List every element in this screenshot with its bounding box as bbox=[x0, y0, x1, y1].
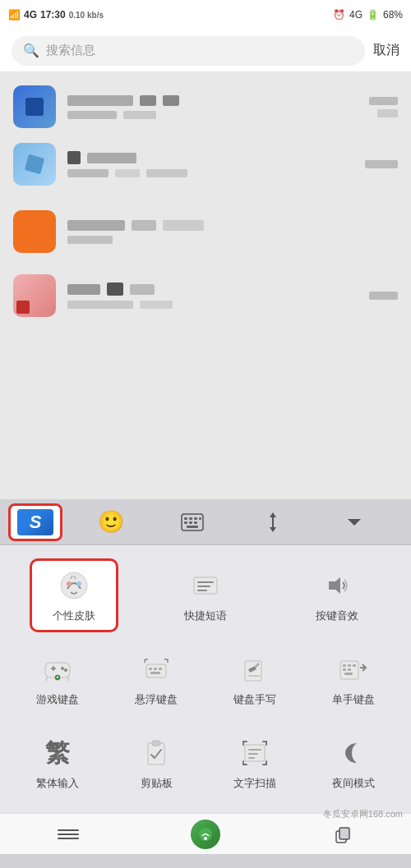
traditional-label: 繁体输入 bbox=[36, 776, 79, 791]
svg-rect-6 bbox=[189, 521, 192, 524]
svg-rect-28 bbox=[149, 668, 152, 670]
time-display: 17:30 bbox=[40, 9, 66, 21]
app-extra-1 bbox=[369, 97, 398, 117]
app-extra-2 bbox=[365, 160, 398, 168]
sound-icon bbox=[319, 567, 355, 604]
svg-rect-42 bbox=[152, 741, 160, 746]
svg-rect-18 bbox=[197, 586, 210, 587]
svg-rect-23 bbox=[53, 666, 54, 671]
android-home-icon bbox=[191, 820, 220, 849]
app-icon-3 bbox=[13, 210, 56, 253]
kb-option-skin[interactable]: 个性皮肤 bbox=[30, 558, 118, 632]
svg-rect-53 bbox=[339, 828, 349, 839]
game-icon bbox=[39, 651, 76, 687]
app-row-2 bbox=[0, 136, 411, 194]
app-icon-1 bbox=[13, 85, 56, 128]
onehand-label: 单手键盘 bbox=[332, 692, 375, 707]
network-type-icon: 4G bbox=[349, 9, 363, 21]
svg-rect-41 bbox=[148, 743, 164, 765]
svg-rect-48 bbox=[58, 834, 79, 835]
svg-point-14 bbox=[67, 581, 72, 586]
svg-point-25 bbox=[64, 668, 67, 672]
status-bar: 📶 4G 17:30 0.10 kb/s ⏰ 4G 🔋 68% bbox=[0, 0, 411, 30]
search-bar: 🔍 搜索信息 取消 bbox=[0, 30, 411, 72]
emoji-icon[interactable]: 🙂 bbox=[93, 504, 129, 540]
kb-options-row-2: 游戏键盘 悬浮键盘 bbox=[0, 637, 411, 721]
app-icon-4 bbox=[13, 274, 56, 317]
app-info-2 bbox=[67, 151, 353, 177]
app-icon-2 bbox=[13, 143, 56, 186]
app-row-1 bbox=[0, 72, 411, 136]
kb-option-night[interactable]: 夜间模式 bbox=[309, 726, 398, 800]
svg-rect-31 bbox=[150, 672, 160, 674]
keyboard-layout-icon[interactable] bbox=[174, 504, 210, 540]
kb-option-floating[interactable]: 悬浮键盘 bbox=[112, 642, 201, 716]
search-placeholder: 搜索信息 bbox=[46, 43, 95, 58]
recent-button[interactable] bbox=[318, 818, 367, 851]
kb-option-onehand[interactable]: 单手键盘 bbox=[309, 642, 398, 716]
kb-option-shortcut[interactable]: 快捷短语 bbox=[161, 558, 250, 632]
shortcut-label: 快捷短语 bbox=[184, 609, 227, 623]
floating-icon bbox=[138, 651, 174, 687]
svg-rect-2 bbox=[189, 517, 192, 520]
svg-rect-49 bbox=[58, 838, 79, 839]
home-button[interactable] bbox=[181, 818, 230, 851]
svg-point-15 bbox=[76, 581, 81, 586]
kb-options-row-3: 繁 繁体输入 剪贴板 bbox=[0, 721, 411, 805]
kb-option-clipboard[interactable]: 剪贴板 bbox=[112, 726, 201, 800]
svg-point-51 bbox=[204, 837, 207, 840]
clipboard-label: 剪贴板 bbox=[141, 776, 173, 791]
shortcut-icon bbox=[187, 567, 224, 604]
keyboard-top-icons: 🙂 bbox=[62, 504, 403, 540]
svg-rect-27 bbox=[146, 664, 166, 677]
svg-rect-17 bbox=[197, 581, 214, 583]
floating-label: 悬浮键盘 bbox=[135, 692, 178, 707]
clipboard-icon bbox=[138, 735, 174, 771]
sougou-logo-wrap[interactable]: S bbox=[8, 503, 62, 541]
svg-rect-4 bbox=[199, 517, 201, 520]
game-label: 游戏键盘 bbox=[36, 692, 79, 707]
kb-option-game[interactable]: 游戏键盘 bbox=[13, 642, 102, 716]
collapse-icon[interactable] bbox=[336, 504, 372, 540]
search-input-wrap[interactable]: 🔍 搜索信息 bbox=[12, 36, 365, 66]
svg-marker-20 bbox=[329, 577, 340, 594]
app-list-area bbox=[0, 72, 411, 499]
kb-option-scan[interactable]: 文字扫描 bbox=[210, 726, 299, 800]
cursor-move-icon[interactable] bbox=[255, 504, 291, 540]
svg-rect-45 bbox=[248, 753, 258, 755]
svg-rect-29 bbox=[154, 668, 157, 670]
svg-rect-7 bbox=[194, 521, 197, 524]
kb-options-row-1: 个性皮肤 快捷短语 bbox=[0, 553, 411, 637]
onehand-icon bbox=[335, 651, 372, 687]
keyboard-options: 个性皮肤 快捷短语 bbox=[0, 545, 411, 813]
battery-level: 68% bbox=[383, 9, 403, 21]
svg-marker-10 bbox=[270, 527, 276, 532]
night-icon bbox=[335, 735, 372, 771]
scan-icon bbox=[237, 735, 273, 771]
scan-label: 文字扫描 bbox=[233, 776, 276, 791]
handwrite-label: 键盘手写 bbox=[233, 692, 276, 707]
svg-rect-30 bbox=[159, 668, 162, 670]
sound-label: 按键音效 bbox=[316, 609, 358, 623]
svg-rect-35 bbox=[343, 664, 346, 667]
back-button[interactable] bbox=[44, 818, 93, 851]
svg-rect-44 bbox=[248, 749, 261, 751]
skin-label: 个性皮肤 bbox=[53, 609, 95, 623]
svg-rect-3 bbox=[194, 517, 197, 520]
svg-rect-1 bbox=[184, 517, 187, 520]
cancel-button[interactable]: 取消 bbox=[373, 42, 399, 59]
kb-option-sound[interactable]: 按键音效 bbox=[293, 558, 381, 632]
kb-option-traditional[interactable]: 繁 繁体输入 bbox=[13, 726, 102, 800]
sougou-logo: S bbox=[17, 509, 53, 535]
svg-rect-19 bbox=[197, 590, 207, 591]
svg-rect-47 bbox=[58, 829, 79, 831]
keyboard-top-bar: S 🙂 bbox=[0, 499, 411, 545]
handwrite-icon bbox=[237, 651, 273, 687]
svg-rect-37 bbox=[353, 664, 356, 667]
watermark: 冬瓜安卓网168.com bbox=[323, 808, 403, 820]
kb-option-handwrite[interactable]: 键盘手写 bbox=[210, 642, 299, 716]
svg-rect-38 bbox=[343, 668, 346, 671]
app-info-1 bbox=[67, 95, 358, 119]
signal-icon: 📶 bbox=[8, 9, 21, 21]
svg-marker-9 bbox=[270, 512, 276, 517]
